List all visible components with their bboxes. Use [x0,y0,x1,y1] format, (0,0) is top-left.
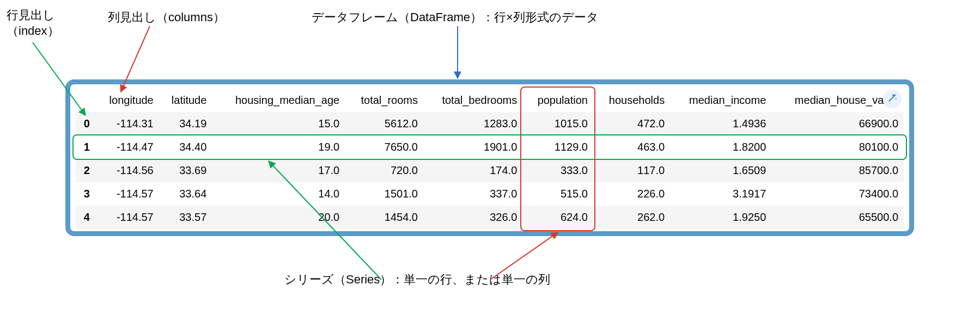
table-row: 1 -114.47 34.40 19.0 7650.0 1901.0 1129.… [76,135,904,159]
cell: 85700.0 [771,159,904,182]
cell: 7650.0 [345,135,423,159]
cell: 174.0 [423,159,522,182]
cell: 15.0 [212,112,345,135]
cell: 117.0 [593,159,670,182]
col-header: population [522,89,593,112]
cell: 80100.0 [771,135,904,159]
cell: 463.0 [593,135,670,159]
row-index: 1 [76,135,95,159]
cell: 1.4936 [670,112,771,135]
cell: 226.0 [593,182,670,206]
cell: 73400.0 [771,182,904,206]
col-header: total_rooms [345,89,423,112]
cell: 33.69 [159,159,212,182]
cell: 1901.0 [423,135,522,159]
table-row: 3 -114.57 33.64 14.0 1501.0 337.0 515.0 … [76,182,904,206]
cell: 1501.0 [345,182,423,206]
cell: 66900.0 [771,112,904,135]
dataframe-container: longitude latitude housing_median_age to… [65,79,914,236]
cell: 1.9250 [670,206,771,229]
col-header: longitude [95,89,159,112]
cell: 326.0 [423,206,522,229]
cell: 515.0 [522,182,593,206]
table-row: 4 -114.57 33.57 20.0 1454.0 326.0 624.0 … [76,206,904,229]
col-header: total_bedrooms [423,89,522,112]
cell: 14.0 [212,182,345,206]
col-header: latitude [159,89,212,112]
index-header-blank [76,89,95,112]
cell: 33.64 [159,182,212,206]
annotation-dataframe: データフレーム（DataFrame）：行×列形式のデータ [312,10,599,26]
cell: -114.56 [95,159,159,182]
annotation-index: 行見出し （index） [7,8,59,39]
col-header: median_income [670,89,771,112]
cell: 34.40 [159,135,212,159]
cell: 472.0 [593,112,670,135]
cell: 33.57 [159,206,212,229]
dataframe-table: longitude latitude housing_median_age to… [76,89,904,229]
cell: -114.31 [95,112,159,135]
magic-wand-button[interactable] [883,90,902,108]
annotation-columns: 列見出し（columns） [108,10,225,26]
column-header-row: longitude latitude housing_median_age to… [76,89,904,112]
row-index: 2 [76,159,95,182]
cell: -114.57 [95,182,159,206]
cell: 1283.0 [423,112,522,135]
row-index: 3 [76,182,95,206]
annotation-index-line1: 行見出し [7,8,55,22]
magic-wand-icon [887,92,898,106]
cell: 624.0 [522,206,593,229]
cell: -114.57 [95,206,159,229]
cell: 1.6509 [670,159,771,182]
row-index: 4 [76,206,95,229]
cell: 3.1917 [670,182,771,206]
cell: 262.0 [593,206,670,229]
cell: 1015.0 [522,112,593,135]
col-header: households [593,89,670,112]
table-row: 2 -114.56 33.69 17.0 720.0 174.0 333.0 1… [76,159,904,182]
row-index: 0 [76,112,95,135]
cell: 5612.0 [345,112,423,135]
annotation-index-line2: （index） [7,24,59,38]
annotation-series: シリーズ（Series）：単一の行、または単一の列 [284,272,550,288]
cell: 1454.0 [345,206,423,229]
cell: 1129.0 [522,135,593,159]
cell: 65500.0 [771,206,904,229]
cell: 1.8200 [670,135,771,159]
col-header: housing_median_age [212,89,345,112]
cell: 34.19 [159,112,212,135]
cell: 333.0 [522,159,593,182]
cell: 17.0 [212,159,345,182]
table-row: 0 -114.31 34.19 15.0 5612.0 1283.0 1015.… [76,112,904,135]
cell: 20.0 [212,206,345,229]
cell: 720.0 [345,159,423,182]
cell: -114.47 [95,135,159,159]
cell: 19.0 [212,135,345,159]
cell: 337.0 [423,182,522,206]
